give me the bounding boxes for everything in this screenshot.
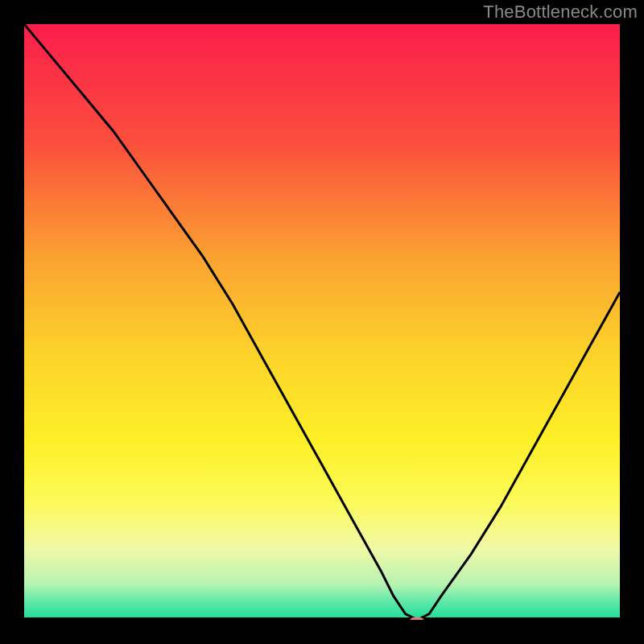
plot-area — [24, 24, 620, 620]
chart-container: TheBottleneck.com — [0, 0, 644, 644]
x-axis-line — [24, 617, 620, 620]
curve-path — [24, 24, 620, 620]
watermark-label: TheBottleneck.com — [483, 2, 638, 23]
plot-frame — [24, 24, 620, 620]
bottleneck-curve — [24, 24, 620, 620]
optimal-point-marker — [410, 617, 424, 620]
